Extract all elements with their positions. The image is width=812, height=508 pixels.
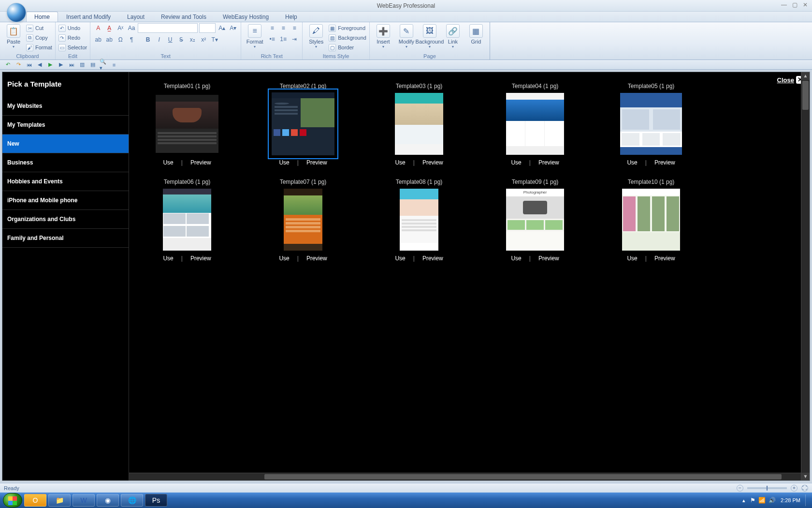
cut-button[interactable]: ✂Cut — [26, 24, 52, 32]
underline-icon[interactable]: U — [165, 35, 175, 45]
numbering-icon[interactable]: 1≡ — [278, 34, 288, 44]
system-tray[interactable]: ⚑ 📶 🔊 — [750, 497, 776, 504]
background-button[interactable]: ▨Background — [329, 33, 366, 42]
text-style-icon[interactable]: T▾ — [210, 35, 219, 45]
category-new[interactable]: New — [2, 134, 129, 153]
qat-preview-icon[interactable]: ▤ — [89, 61, 97, 69]
template-thumbnail[interactable] — [388, 188, 450, 251]
scroll-up-icon[interactable]: ▲ — [801, 72, 810, 80]
use-button[interactable]: Use — [279, 159, 289, 166]
qat-last-icon[interactable]: ⏭ — [68, 61, 75, 69]
taskbar-app-explorer[interactable]: 📁 — [48, 494, 71, 507]
tray-volume-icon[interactable]: 🔊 — [768, 497, 776, 504]
zoom-fit-icon[interactable]: ⛶ — [801, 485, 808, 492]
tab-webeasy-hosting[interactable]: WebEasy Hosting — [215, 12, 277, 22]
template-card[interactable]: Template03 (1 pg)Use|Preview — [371, 83, 467, 166]
link-button[interactable]: 🔗Link▾ — [442, 23, 464, 49]
template-card[interactable]: Template08 (1 pg)Use|Preview — [371, 179, 467, 262]
minimize-button[interactable]: — — [780, 1, 788, 8]
scroll-down-icon[interactable]: ▼ — [801, 473, 810, 480]
use-button[interactable]: Use — [163, 255, 173, 262]
category-hobbies-and-events[interactable]: Hobbies and Events — [2, 172, 129, 191]
template-card[interactable]: Template05 (1 pg)Use|Preview — [603, 83, 699, 166]
bold-icon[interactable]: B — [143, 35, 153, 45]
template-card[interactable]: Template07 (1 pg)Use|Preview — [255, 179, 351, 262]
grid-button[interactable]: ▦Grid — [465, 23, 487, 45]
template-thumbnail[interactable] — [272, 92, 334, 155]
category-my-templates[interactable]: My Templates — [2, 116, 129, 134]
qat-prev-icon[interactable]: ◀ — [36, 61, 44, 69]
preview-button[interactable]: Preview — [654, 255, 675, 262]
template-thumbnail[interactable] — [620, 92, 682, 155]
tray-network-icon[interactable]: 📶 — [758, 497, 766, 504]
tray-chevron-icon[interactable]: ▴ — [742, 497, 745, 504]
preview-button[interactable]: Preview — [422, 255, 443, 262]
selector-button[interactable]: ▭Selector — [58, 43, 87, 52]
preview-button[interactable]: Preview — [306, 159, 327, 166]
use-button[interactable]: Use — [627, 255, 637, 262]
use-button[interactable]: Use — [395, 159, 405, 166]
template-thumbnail[interactable]: Photographer — [504, 188, 566, 251]
insert-button[interactable]: ➕Insert▾ — [373, 23, 394, 49]
template-card[interactable]: Template09 (1 pg)PhotographerUse|Preview — [487, 179, 583, 262]
zoom-slider[interactable] — [747, 487, 787, 489]
app-orb-icon[interactable] — [7, 3, 26, 22]
italic-icon[interactable]: I — [154, 35, 164, 45]
font-select[interactable] — [138, 23, 198, 33]
symbol-icon[interactable]: Ω — [116, 35, 125, 45]
align-right-icon[interactable]: ≡ — [290, 23, 299, 33]
tab-insert-and-modify[interactable]: Insert and Modify — [58, 12, 119, 22]
qat-next-icon[interactable]: ▶ — [57, 61, 65, 69]
align-center-icon[interactable]: ≡ — [278, 23, 288, 33]
category-family-and-personal[interactable]: Family and Personal — [2, 229, 129, 248]
styles-button[interactable]: 🖍 Styles ▾ — [305, 23, 327, 49]
category-organizations-and-clubs[interactable]: Organizations and Clubs — [2, 210, 129, 229]
modify-button[interactable]: ✎Modify▾ — [396, 23, 417, 49]
category-business[interactable]: Business — [2, 153, 129, 172]
template-thumbnail[interactable] — [620, 188, 682, 251]
zoom-out-icon[interactable]: − — [737, 485, 743, 492]
border-button[interactable]: ▢Border — [329, 43, 366, 52]
preview-button[interactable]: Preview — [190, 159, 211, 166]
tab-help[interactable]: Help — [277, 12, 305, 22]
template-card[interactable]: Template02 (1 pg)Use|Preview — [255, 83, 351, 166]
category-iphone-and-mobile-phone[interactable]: iPhone and Mobile phone — [2, 191, 129, 210]
foreground-button[interactable]: ▦Foreground — [329, 24, 366, 32]
preview-button[interactable]: Preview — [422, 159, 443, 166]
template-thumbnail[interactable] — [156, 92, 218, 155]
qat-zoom-icon[interactable]: 🔍▾ — [100, 61, 107, 69]
redo-button[interactable]: ↷Redo — [58, 33, 87, 42]
preview-button[interactable]: Preview — [306, 255, 327, 262]
template-card[interactable]: Template01 (1 pg)Use|Preview — [139, 83, 235, 166]
vertical-scrollbar[interactable]: ▲ ▼ — [801, 72, 810, 480]
align-left-icon[interactable]: ≡ — [267, 23, 277, 33]
tab-review-and-tools[interactable]: Review and Tools — [153, 12, 215, 22]
tab-layout[interactable]: Layout — [119, 12, 153, 22]
page-background-button[interactable]: 🖼Background▾ — [419, 23, 440, 49]
zoom-control[interactable]: − + ⛶ — [737, 485, 808, 492]
taskbar-app-photoshop[interactable]: Ps — [145, 494, 167, 507]
use-button[interactable]: Use — [627, 159, 637, 166]
template-thumbnail[interactable] — [388, 92, 450, 155]
scroll-thumb-v[interactable] — [802, 81, 809, 110]
undo-button[interactable]: ↶Undo — [58, 24, 87, 32]
close-button[interactable]: ✕ — [801, 1, 809, 8]
maximize-button[interactable]: ▢ — [791, 1, 798, 8]
highlight-icon[interactable]: A̲ — [104, 23, 114, 33]
font-color-icon[interactable]: A — [93, 23, 103, 33]
preview-button[interactable]: Preview — [538, 255, 559, 262]
format-button[interactable]: ≡ Format ▾ — [244, 23, 265, 49]
qat-first-icon[interactable]: ⏮ — [25, 61, 33, 69]
case-icon[interactable]: Aa — [127, 23, 136, 33]
tab-home[interactable]: Home — [26, 12, 58, 22]
template-card[interactable]: Template10 (1 pg)Use|Preview — [603, 179, 699, 262]
grow-font-icon[interactable]: A▴ — [217, 23, 227, 33]
shrink-font-icon[interactable]: A▾ — [228, 23, 238, 33]
paste-button[interactable]: 📋 Paste ▾ — [3, 23, 24, 49]
copy-button[interactable]: ⧉Copy — [26, 33, 52, 42]
use-button[interactable]: Use — [511, 255, 521, 262]
template-thumbnail[interactable] — [272, 188, 334, 251]
superscript-icon[interactable]: x² — [199, 35, 208, 45]
taskbar-app-outlook[interactable]: O — [24, 494, 46, 507]
use-button[interactable]: Use — [163, 159, 173, 166]
